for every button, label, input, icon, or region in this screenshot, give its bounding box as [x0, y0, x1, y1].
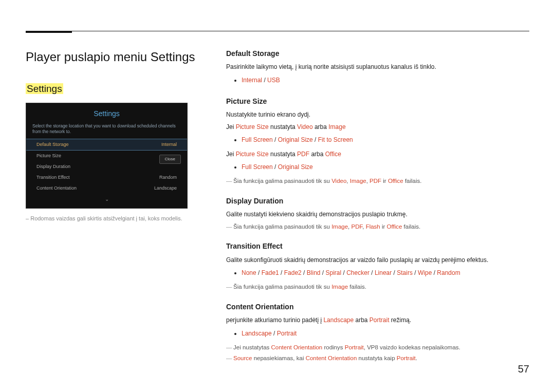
header-accent [26, 31, 72, 33]
close-button[interactable]: Close [159, 155, 181, 164]
note: Šia funkcija galima pasinaudoti tik su I… [226, 283, 529, 291]
body-text: Galite sukonfigūruoti skaidrių demonstra… [226, 256, 529, 265]
mock-row-selected: Default StorageInternal [26, 139, 187, 151]
body-text: Pasirinkite laikymo vietą, į kurią norit… [226, 63, 529, 71]
heading-transition-effect: Transition Effect [226, 241, 529, 251]
page-number: 57 [518, 362, 529, 377]
heading-picture-size: Picture Size [226, 96, 529, 106]
option-list: Full Screen / Original Size [242, 162, 529, 173]
note: Source nepasiekiamas, kai Content Orient… [226, 354, 529, 363]
section-heading: Settings [26, 82, 200, 96]
note: Šia funkcija galima pasinaudoti tik su V… [226, 177, 529, 185]
option-list: Internal / USB [242, 75, 529, 86]
mock-description: Select the storage location that you wan… [26, 123, 187, 139]
screenshot-mock: Settings Select the storage location tha… [26, 103, 188, 209]
note: Šia funkcija galima pasinaudoti tik su I… [226, 222, 529, 231]
heading-content-orientation: Content Orientation [226, 302, 529, 312]
body-text: Jei Picture Size nustatyta PDF arba Offi… [226, 150, 529, 159]
heading-display-duration: Display Duration [226, 196, 529, 206]
heading-default-storage: Default Storage [226, 48, 529, 59]
screenshot-caption: – Rodomas vaizdas gali skirtis atsižvelg… [26, 215, 200, 223]
body-text: Nustatykite turinio ekrano dydį. [226, 110, 529, 119]
mock-row: Content OrientationLandscape [26, 183, 187, 194]
body-text: perjunkite atkuriamo turinio padėtį į La… [226, 316, 529, 325]
chevron-down-icon: ⌄ [26, 194, 187, 203]
body-text: Galite nustatyti kiekvieno skaidrių demo… [226, 210, 529, 219]
option-list: Full Screen / Original Size / Fit to Scr… [242, 135, 529, 145]
option-list: Landscape / Portrait [242, 328, 529, 339]
mock-title: Settings [26, 108, 187, 123]
page-title: Player puslapio meniu Settings [26, 48, 200, 66]
option-list: None / Fade1 / Fade2 / Blind / Spiral / … [242, 268, 529, 278]
note: Jei nustatytas Content Orientation rodin… [226, 343, 529, 352]
body-text: Jei Picture Size nustatyta Video arba Im… [226, 123, 529, 132]
mock-row: Transition EffectRandom [26, 172, 187, 183]
